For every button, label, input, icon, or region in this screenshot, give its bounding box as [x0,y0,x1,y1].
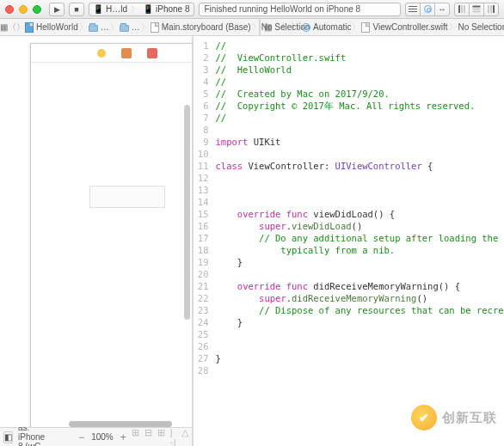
exit-icon[interactable] [147,48,157,58]
first-responder-icon[interactable] [121,48,132,58]
zoom-in-button[interactable]: + [120,431,126,443]
back-button[interactable]: 〈 [8,21,16,34]
canvas[interactable] [0,36,192,427]
assistant-file-label: ViewController.swift [372,22,447,32]
assistant-forward-button[interactable]: 〉 [288,21,302,34]
view-controller-scene[interactable] [30,43,192,427]
view-controller-icon[interactable] [97,49,106,58]
editor-mode-segment: ↔ [405,3,450,16]
embed-button[interactable]: ⊞ [132,427,139,447]
lines-icon [409,9,417,10]
toggle-inspector-button[interactable] [483,3,499,16]
right-panel-icon [488,5,495,13]
status-text: Finished running HelloWorld on iPhone 8 [205,4,361,14]
folder-icon [89,25,98,32]
horizontal-scrollbar[interactable] [69,421,172,427]
rings-icon [302,23,310,32]
folder-icon [120,25,129,32]
jump-bar-row: ▦ 〈 〉 HelloWorld 〉 … 〉 … 〉 Main.storyboa… [0,19,504,36]
assistant-mode-label: Automatic [313,22,351,32]
scheme-app-label: H…ld [106,4,127,14]
forward-button[interactable]: 〉 [16,21,25,34]
phone-icon: 📱 [143,4,153,14]
run-button[interactable]: ▶ [49,3,65,16]
assistant-editor-button[interactable] [420,3,435,16]
jump-project-label: HelloWorld [36,22,78,32]
zoom-control: − 100% + [52,431,126,443]
app-icon: 📱 [93,4,103,14]
jump-file-label: Main.storyboard (Base) [162,22,251,32]
stack-button[interactable]: △ [181,427,188,447]
watermark-text: 创新互联 [442,410,497,426]
line-gutter: 1234567891011121314151617181920212223242… [194,36,212,446]
layout-tools: ⊞ ⊟ ⊞ |◦| △ [132,427,188,447]
zoom-window-button[interactable] [33,5,41,14]
close-window-button[interactable] [5,5,14,14]
assistant-selection-label: No Selection [458,22,504,32]
jump-folder2[interactable]: … [120,22,140,32]
storyboard-icon [151,22,159,33]
resolve-button[interactable]: |◦| [170,427,176,447]
bottom-panel-icon [473,6,481,13]
minimize-window-button[interactable] [19,5,28,14]
version-editor-button[interactable]: ↔ [434,3,450,16]
toggle-navigator-button[interactable] [454,3,470,16]
zoom-out-button[interactable]: − [78,431,84,443]
main-toolbar: ▶ ■ 📱 H…ld 〉 📱 iPhone 8 Finished running… [0,0,504,19]
zoom-level[interactable]: 100% [91,432,114,442]
left-panel-icon [458,5,465,13]
vertical-scrollbar[interactable] [184,105,190,320]
assistant-back-button[interactable]: 〈 [274,21,288,34]
assistant-selection[interactable]: No Selection [458,22,504,32]
watermark: ✔ 创新互联 [411,405,497,431]
jump-folder2-label: … [132,22,140,32]
watermark-badge-icon: ✔ [411,405,437,431]
assistant-related-button[interactable]: ▦ [261,21,274,34]
activity-status: Finished running HelloWorld on iPhone 8 [199,3,402,16]
arrows-icon: ↔ [438,4,446,14]
scene-dock[interactable] [31,44,192,63]
source-editor-pane: 1234567891011121314151617181920212223242… [194,36,504,446]
source-text[interactable]: //// ViewController.swift// HelloWorld//… [212,36,504,446]
ui-view-placeholder[interactable] [89,186,165,208]
jump-file[interactable]: Main.storyboard (Base) [151,22,251,33]
pin-button[interactable]: ⊞ [157,427,165,447]
jump-project[interactable]: HelloWorld [25,22,78,33]
align-button[interactable]: ⊟ [144,427,152,447]
related-items-button[interactable]: ▦ [0,21,8,34]
window-controls [5,5,41,14]
stop-button[interactable]: ■ [69,3,84,16]
project-icon [25,22,34,33]
main-split: → ◧ View as: iPhone 8 (wC hR) − 100% + [0,36,504,446]
scheme-device-label: iPhone 8 [156,4,189,14]
document-outline-toggle[interactable]: ◧ [3,431,13,443]
jump-folder1-label: … [101,22,109,32]
panel-toggle-segment [454,3,499,16]
jump-folder1[interactable]: … [89,22,109,32]
scheme-selector[interactable]: 📱 H…ld 〉 📱 iPhone 8 [89,3,194,16]
swift-file-icon [361,22,370,33]
canvas-bottom-bar: ◧ View as: iPhone 8 (wC hR) − 100% + ⊞ ⊟… [0,427,192,446]
rings-icon [424,5,432,13]
code-editor[interactable]: 1234567891011121314151617181920212223242… [194,36,504,446]
assistant-file[interactable]: ViewController.swift [361,22,447,33]
interface-builder-pane: → ◧ View as: iPhone 8 (wC hR) − 100% + [0,36,194,446]
assistant-mode[interactable]: Automatic [302,22,351,32]
toggle-debug-button[interactable] [469,3,484,16]
standard-editor-button[interactable] [405,3,421,16]
